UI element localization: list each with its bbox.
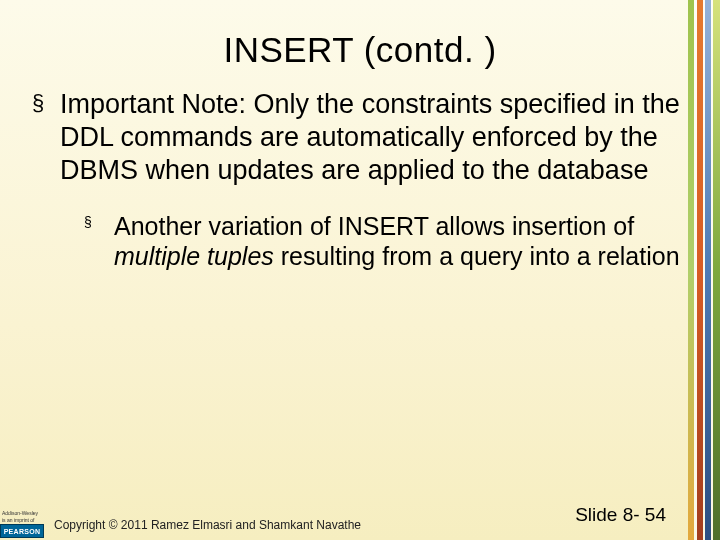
- copyright-text: Copyright © 2011 Ramez Elmasri and Shamk…: [54, 518, 361, 532]
- bullet-text-italic: multiple tuples: [114, 242, 274, 270]
- pearson-bar: PEARSON: [0, 524, 44, 538]
- slide-number: Slide 8- 54: [575, 504, 666, 526]
- addison-wesley-text2: is an imprint of: [0, 517, 44, 524]
- slide: INSERT (contd. ) Important Note: Only th…: [0, 0, 720, 540]
- bullet-text-a: Another variation of INSERT allows inser…: [114, 212, 634, 240]
- bullet-level2: Another variation of INSERT allows inser…: [114, 211, 684, 272]
- publisher-logo: Addison-Wesley is an imprint of PEARSON: [0, 510, 44, 540]
- decorative-stripes: [688, 0, 720, 540]
- addison-wesley-text1: Addison-Wesley: [0, 510, 44, 517]
- body-area: Important Note: Only the constraints spe…: [0, 88, 720, 272]
- bullet-text-c: resulting from a query into a relation: [274, 242, 680, 270]
- slide-title: INSERT (contd. ): [0, 0, 720, 84]
- bullet-level1: Important Note: Only the constraints spe…: [60, 88, 684, 187]
- footer: Addison-Wesley is an imprint of PEARSON …: [0, 506, 720, 540]
